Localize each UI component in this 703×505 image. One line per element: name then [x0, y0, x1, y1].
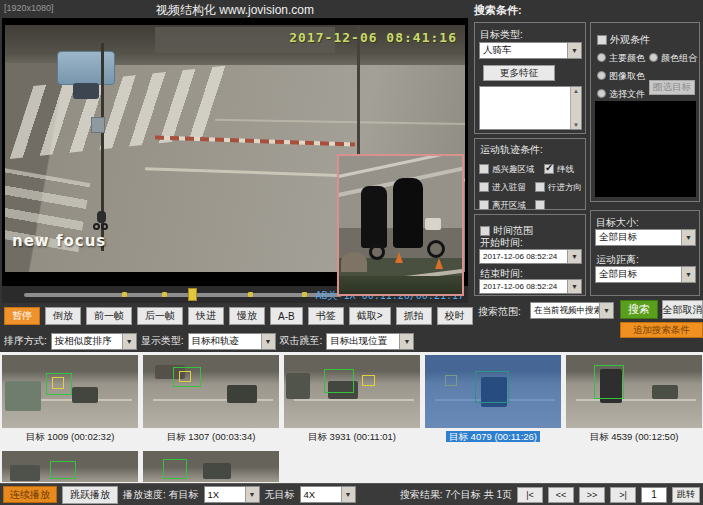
- target-type-select[interactable]: 人骑车 ▼: [479, 42, 582, 59]
- motion-check-3[interactable]: 行进方向: [535, 176, 582, 194]
- event-marker[interactable]: [302, 292, 307, 297]
- sort-mode-select[interactable]: 按相似度排序 ▼: [51, 333, 137, 350]
- last-page-button[interactable]: >|: [610, 487, 636, 503]
- main-color-radio[interactable]: 主要颜色: [597, 47, 645, 65]
- result-thumb-0[interactable]: 目标 1009 (00:02:32): [2, 355, 138, 444]
- motion-check-0[interactable]: 感兴趣区域: [479, 158, 535, 176]
- result-thumb-row2[interactable]: [143, 451, 279, 482]
- checkbox-icon: [479, 200, 489, 210]
- scene-pole-2: [357, 25, 360, 165]
- result-thumb-image: [2, 451, 138, 482]
- checkbox-icon: [544, 164, 554, 174]
- event-marker[interactable]: [162, 292, 167, 297]
- camera-watermark: new focus: [12, 232, 106, 250]
- no-target-speed-select[interactable]: 4X ▼: [300, 486, 356, 503]
- title-bar: [1920x1080] 视频结构化 www.jovision.com: [0, 0, 470, 18]
- continuous-play-button[interactable]: 连续播放: [3, 486, 57, 503]
- playback-button-10[interactable]: 校时: [437, 307, 473, 325]
- progress-track[interactable]: [24, 293, 342, 297]
- playback-button-6[interactable]: A-B: [270, 307, 303, 325]
- sort-mode-value: 按相似度排序: [52, 335, 122, 348]
- playback-button-5[interactable]: 慢放: [229, 307, 265, 325]
- start-time-select[interactable]: 2017-12-06 08:52:24 ▼: [479, 249, 582, 264]
- jump-page-button[interactable]: 跳转: [672, 487, 700, 503]
- chevron-down-icon: ▼: [341, 487, 355, 502]
- end-time-select[interactable]: 2017-12-06 08:52:24 ▼: [479, 279, 582, 294]
- first-page-button[interactable]: |<: [517, 487, 543, 503]
- progress-slider-handle[interactable]: [188, 288, 197, 301]
- result-thumb-3[interactable]: 目标 4079 (00:11:26): [425, 355, 561, 444]
- video-player[interactable]: 2017-12-06 08:41:16 new focus: [2, 18, 468, 286]
- scroll-down-icon[interactable]: ▼: [573, 122, 579, 128]
- radio-icon: [649, 53, 658, 62]
- target-size-select[interactable]: 全部目标 ▼: [595, 229, 696, 246]
- time-range-group: 时间范围 开始时间: 2017-12-06 08:52:24 ▼ 结束时间: 2…: [474, 214, 586, 296]
- playback-button-3[interactable]: 后一帧: [137, 307, 183, 325]
- result-thumb-4[interactable]: 目标 4539 (00:12:50): [566, 355, 702, 444]
- next-page-button[interactable]: >>: [579, 487, 605, 503]
- motion-distance-select[interactable]: 全部目标 ▼: [595, 266, 696, 283]
- page-number-input[interactable]: 1: [641, 487, 667, 503]
- playback-button-9[interactable]: 抓拍: [396, 307, 432, 325]
- append-search-conditions-button[interactable]: 追加搜索条件: [620, 322, 703, 338]
- results-summary: 搜索结果: 7个目标 共 1页: [400, 488, 512, 502]
- motion-check-1[interactable]: 绊线: [544, 158, 574, 176]
- event-marker[interactable]: [248, 292, 253, 297]
- target-zoom-overlay[interactable]: [337, 154, 464, 296]
- playback-speed-label: 播放速度: 有目标: [123, 488, 199, 502]
- result-thumb-row2[interactable]: [2, 451, 138, 482]
- double-click-jump-select[interactable]: 目标出现位置 ▼: [326, 333, 414, 350]
- skip-play-button[interactable]: 跳跃播放: [62, 486, 118, 504]
- result-thumb-2[interactable]: 目标 3931 (00:11:01): [284, 355, 420, 444]
- playback-button-2[interactable]: 前一帧: [86, 307, 132, 325]
- display-options-row: 排序方式: 按相似度排序 ▼ 显示类型: 目标和轨迹 ▼ 双击跳至: 目标出现位…: [4, 331, 468, 351]
- pip-bike-basket: [425, 218, 441, 230]
- color-combo-radio[interactable]: 颜色组合: [649, 47, 697, 65]
- target-type-group: 目标类型: 人骑车 ▼ 更多特征 ▲▼: [474, 22, 586, 134]
- scroll-up-icon[interactable]: ▲: [573, 88, 579, 94]
- chevron-down-icon: ▼: [399, 334, 413, 349]
- radio-icon: [597, 71, 606, 80]
- motion-check-4[interactable]: 离开区域: [479, 194, 526, 212]
- chevron-down-icon: ▼: [261, 334, 275, 349]
- playback-button-4[interactable]: 快进: [188, 307, 224, 325]
- result-thumb-image: [143, 355, 279, 428]
- motion-distance-label: 运动距离:: [596, 253, 639, 267]
- appearance-checkbox[interactable]: 外观条件: [597, 29, 650, 47]
- chevron-down-icon: ▼: [599, 303, 613, 318]
- playback-toolbar: 暂停 倒放 前一帧 后一帧 快进 慢放 A-B 书签 截取> 抓拍 校时: [4, 305, 468, 327]
- result-thumb-1[interactable]: 目标 1307 (00:03:34): [143, 355, 279, 444]
- search-scope-value: 在当前视频中搜索: [531, 305, 599, 317]
- playback-button-8[interactable]: 截取>: [349, 307, 391, 325]
- display-type-select[interactable]: 目标和轨迹 ▼: [188, 333, 276, 350]
- result-thumb-image: [143, 451, 279, 482]
- search-scope-select[interactable]: 在当前视频中搜索 ▼: [530, 302, 614, 319]
- start-time-value: 2017-12-06 08:52:24: [480, 252, 567, 261]
- video-structuring-app: [1920x1080] 视频结构化 www.jovision.com 搜索条件:: [0, 0, 703, 505]
- event-marker[interactable]: [122, 292, 127, 297]
- end-time-value: 2017-12-06 08:52:24: [480, 282, 567, 291]
- result-thumb-image: [284, 355, 420, 428]
- pip-planter: [341, 252, 367, 272]
- color-preview-box: [595, 101, 696, 197]
- playback-button-1[interactable]: 倒放: [45, 307, 81, 325]
- feature-listbox[interactable]: ▲▼: [479, 86, 582, 130]
- target-size-label: 目标大小:: [596, 216, 639, 230]
- playback-button-0[interactable]: 暂停: [4, 307, 40, 325]
- prev-page-button[interactable]: <<: [548, 487, 574, 503]
- select-file-radio[interactable]: 选择文件: [597, 83, 645, 101]
- target-size-value: 全部目标: [596, 231, 681, 244]
- scene-lane-line-2: [215, 119, 465, 126]
- playback-button-7[interactable]: 书签: [308, 307, 344, 325]
- pip-road-mark: [337, 154, 464, 180]
- search-button[interactable]: 搜索: [620, 300, 658, 319]
- motion-check-2[interactable]: 进入驻留: [479, 176, 526, 194]
- circle-select-target-button[interactable]: 圈选目标: [649, 80, 695, 95]
- scrollbar[interactable]: ▲▼: [570, 87, 581, 129]
- with-target-speed-select[interactable]: 1X ▼: [204, 486, 260, 503]
- radio-icon: [597, 89, 606, 98]
- chevron-down-icon: ▼: [567, 280, 581, 293]
- cancel-all-button[interactable]: 全部取消: [662, 300, 703, 319]
- image-pick-color-radio[interactable]: 图像取色: [597, 65, 645, 83]
- more-features-button[interactable]: 更多特征: [483, 65, 555, 81]
